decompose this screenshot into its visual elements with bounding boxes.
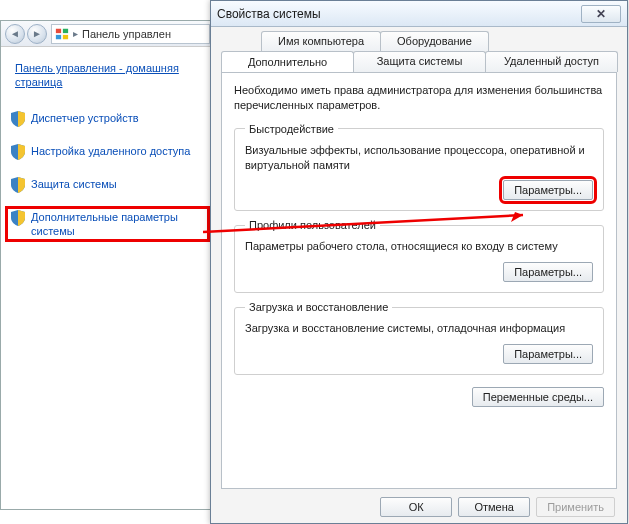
control-panel-window: ◄ ► ▸ Панель управлен Панель управления … [0, 20, 215, 510]
nav-forward-button[interactable]: ► [27, 24, 47, 44]
startup-settings-button[interactable]: Параметры... [503, 344, 593, 364]
cancel-button[interactable]: Отмена [458, 497, 530, 517]
dialog-titlebar: Свойства системы ✕ [211, 1, 627, 27]
back-titlebar: ◄ ► ▸ Панель управлен [1, 21, 214, 47]
tab-advanced[interactable]: Дополнительно [221, 51, 354, 72]
ok-button[interactable]: ОК [380, 497, 452, 517]
group-performance: Быстродействие Визуальные эффекты, испол… [234, 123, 604, 212]
admin-note: Необходимо иметь права администратора дл… [234, 83, 604, 113]
chevron-right-icon: ▸ [73, 28, 78, 39]
apply-button[interactable]: Применить [536, 497, 615, 517]
tab-system-protection[interactable]: Защита системы [353, 51, 486, 72]
shield-icon [11, 210, 25, 226]
breadcrumb-text: Панель управлен [82, 28, 171, 40]
group-legend: Быстродействие [245, 123, 338, 135]
group-description: Параметры рабочего стола, относящиеся ко… [245, 239, 593, 254]
sidebar-item-label: Дополнительные параметры системы [31, 210, 206, 239]
sidebar-item-label: Диспетчер устройств [31, 111, 139, 125]
profiles-settings-button[interactable]: Параметры... [503, 262, 593, 282]
group-legend: Загрузка и восстановление [245, 301, 392, 313]
dialog-title: Свойства системы [217, 7, 321, 21]
tab-computer-name[interactable]: Имя компьютера [261, 31, 381, 51]
tabs-row-bottom: Дополнительно Защита системы Удаленный д… [221, 51, 617, 72]
tabs-row-top: Имя компьютера Оборудование [261, 31, 617, 51]
group-user-profiles: Профили пользователей Параметры рабочего… [234, 219, 604, 293]
sidebar-item-remote-settings[interactable]: Настройка удаленного доступа [7, 142, 208, 162]
shield-icon [11, 111, 25, 127]
tab-remote[interactable]: Удаленный доступ [485, 51, 618, 72]
dialog-footer: ОК Отмена Применить [221, 489, 617, 517]
shield-icon [11, 144, 25, 160]
system-icon [55, 27, 69, 41]
sidebar-item-device-manager[interactable]: Диспетчер устройств [7, 109, 208, 129]
performance-settings-button[interactable]: Параметры... [503, 180, 593, 200]
svg-rect-0 [56, 28, 61, 32]
home-link[interactable]: Панель управления - домашняя страница [7, 61, 208, 96]
svg-rect-1 [63, 28, 68, 32]
shield-icon [11, 177, 25, 193]
close-button[interactable]: ✕ [581, 5, 621, 23]
tab-panel-advanced: Необходимо иметь права администратора дл… [221, 72, 617, 489]
chevron-right-icon: ► [32, 28, 42, 39]
dialog-body: Имя компьютера Оборудование Дополнительн… [211, 27, 627, 523]
chevron-left-icon: ◄ [10, 28, 20, 39]
svg-rect-2 [56, 34, 61, 38]
sidebar-item-label: Защита системы [31, 177, 117, 191]
sidebar-item-advanced-settings[interactable]: Дополнительные параметры системы [7, 208, 208, 241]
nav-buttons: ◄ ► [5, 24, 47, 44]
tab-hardware[interactable]: Оборудование [380, 31, 489, 51]
environment-variables-button[interactable]: Переменные среды... [472, 387, 604, 407]
svg-rect-3 [63, 34, 68, 38]
close-icon: ✕ [596, 7, 606, 21]
group-description: Визуальные эффекты, использование процес… [245, 143, 593, 173]
breadcrumb[interactable]: ▸ Панель управлен [51, 24, 210, 44]
group-description: Загрузка и восстановление системы, отлад… [245, 321, 593, 336]
group-legend: Профили пользователей [245, 219, 380, 231]
sidebar-item-label: Настройка удаленного доступа [31, 144, 190, 158]
sidebar: Панель управления - домашняя страница Ди… [1, 47, 214, 509]
nav-back-button[interactable]: ◄ [5, 24, 25, 44]
group-startup-recovery: Загрузка и восстановление Загрузка и вос… [234, 301, 604, 375]
sidebar-item-system-protection[interactable]: Защита системы [7, 175, 208, 195]
system-properties-dialog: Свойства системы ✕ Имя компьютера Оборуд… [210, 0, 628, 524]
